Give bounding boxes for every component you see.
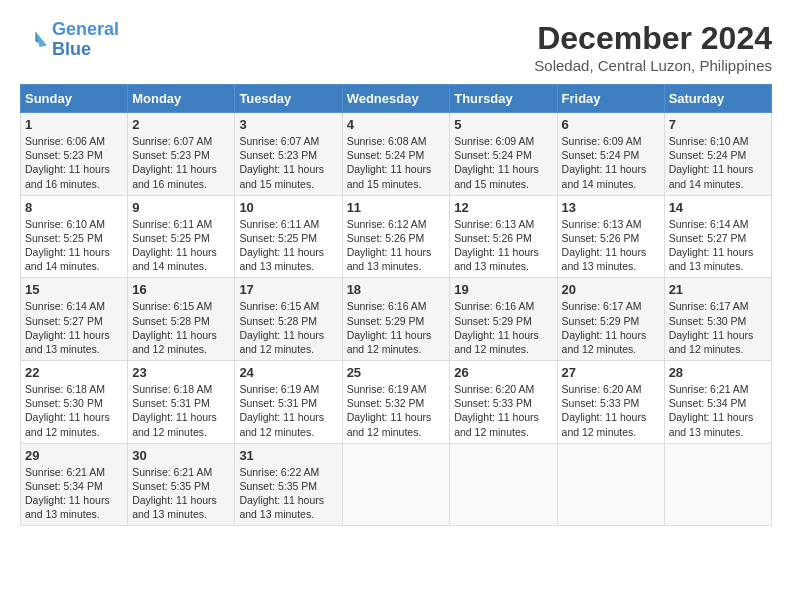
day-number: 29	[25, 448, 123, 463]
day-number: 14	[669, 200, 767, 215]
day-number: 27	[562, 365, 660, 380]
day-number: 12	[454, 200, 552, 215]
day-number: 10	[239, 200, 337, 215]
day-info: Sunrise: 6:10 AMSunset: 5:25 PMDaylight:…	[25, 217, 123, 274]
day-number: 9	[132, 200, 230, 215]
col-header-monday: Monday	[128, 85, 235, 113]
day-number: 13	[562, 200, 660, 215]
calendar-cell: 2Sunrise: 6:07 AMSunset: 5:23 PMDaylight…	[128, 113, 235, 196]
day-info: Sunrise: 6:06 AMSunset: 5:23 PMDaylight:…	[25, 134, 123, 191]
day-number: 23	[132, 365, 230, 380]
calendar-cell: 1Sunrise: 6:06 AMSunset: 5:23 PMDaylight…	[21, 113, 128, 196]
day-info: Sunrise: 6:20 AMSunset: 5:33 PMDaylight:…	[454, 382, 552, 439]
calendar-cell	[664, 443, 771, 526]
calendar-cell: 12Sunrise: 6:13 AMSunset: 5:26 PMDayligh…	[450, 195, 557, 278]
calendar-cell: 5Sunrise: 6:09 AMSunset: 5:24 PMDaylight…	[450, 113, 557, 196]
day-info: Sunrise: 6:07 AMSunset: 5:23 PMDaylight:…	[239, 134, 337, 191]
calendar-cell: 25Sunrise: 6:19 AMSunset: 5:32 PMDayligh…	[342, 361, 450, 444]
calendar-cell: 26Sunrise: 6:20 AMSunset: 5:33 PMDayligh…	[450, 361, 557, 444]
day-number: 2	[132, 117, 230, 132]
calendar-cell	[450, 443, 557, 526]
calendar-cell: 27Sunrise: 6:20 AMSunset: 5:33 PMDayligh…	[557, 361, 664, 444]
day-number: 22	[25, 365, 123, 380]
week-row-5: 29Sunrise: 6:21 AMSunset: 5:34 PMDayligh…	[21, 443, 772, 526]
logo: General Blue	[20, 20, 119, 60]
day-info: Sunrise: 6:20 AMSunset: 5:33 PMDaylight:…	[562, 382, 660, 439]
calendar-cell: 23Sunrise: 6:18 AMSunset: 5:31 PMDayligh…	[128, 361, 235, 444]
calendar-cell: 14Sunrise: 6:14 AMSunset: 5:27 PMDayligh…	[664, 195, 771, 278]
calendar-cell: 8Sunrise: 6:10 AMSunset: 5:25 PMDaylight…	[21, 195, 128, 278]
page-header: General Blue December 2024 Soledad, Cent…	[20, 20, 772, 74]
col-header-sunday: Sunday	[21, 85, 128, 113]
logo-icon	[20, 26, 48, 54]
day-info: Sunrise: 6:14 AMSunset: 5:27 PMDaylight:…	[669, 217, 767, 274]
day-number: 16	[132, 282, 230, 297]
day-number: 1	[25, 117, 123, 132]
calendar-cell	[342, 443, 450, 526]
day-number: 7	[669, 117, 767, 132]
day-number: 21	[669, 282, 767, 297]
calendar-cell: 24Sunrise: 6:19 AMSunset: 5:31 PMDayligh…	[235, 361, 342, 444]
day-number: 17	[239, 282, 337, 297]
day-info: Sunrise: 6:15 AMSunset: 5:28 PMDaylight:…	[239, 299, 337, 356]
calendar-cell: 17Sunrise: 6:15 AMSunset: 5:28 PMDayligh…	[235, 278, 342, 361]
day-info: Sunrise: 6:18 AMSunset: 5:30 PMDaylight:…	[25, 382, 123, 439]
day-info: Sunrise: 6:16 AMSunset: 5:29 PMDaylight:…	[347, 299, 446, 356]
calendar-cell: 16Sunrise: 6:15 AMSunset: 5:28 PMDayligh…	[128, 278, 235, 361]
day-info: Sunrise: 6:21 AMSunset: 5:34 PMDaylight:…	[25, 465, 123, 522]
week-row-3: 15Sunrise: 6:14 AMSunset: 5:27 PMDayligh…	[21, 278, 772, 361]
day-info: Sunrise: 6:12 AMSunset: 5:26 PMDaylight:…	[347, 217, 446, 274]
day-info: Sunrise: 6:21 AMSunset: 5:34 PMDaylight:…	[669, 382, 767, 439]
day-number: 15	[25, 282, 123, 297]
calendar-cell: 4Sunrise: 6:08 AMSunset: 5:24 PMDaylight…	[342, 113, 450, 196]
col-header-wednesday: Wednesday	[342, 85, 450, 113]
week-row-1: 1Sunrise: 6:06 AMSunset: 5:23 PMDaylight…	[21, 113, 772, 196]
week-row-4: 22Sunrise: 6:18 AMSunset: 5:30 PMDayligh…	[21, 361, 772, 444]
day-info: Sunrise: 6:22 AMSunset: 5:35 PMDaylight:…	[239, 465, 337, 522]
calendar-cell: 30Sunrise: 6:21 AMSunset: 5:35 PMDayligh…	[128, 443, 235, 526]
calendar-cell: 13Sunrise: 6:13 AMSunset: 5:26 PMDayligh…	[557, 195, 664, 278]
svg-rect-0	[20, 26, 48, 54]
calendar-cell: 22Sunrise: 6:18 AMSunset: 5:30 PMDayligh…	[21, 361, 128, 444]
day-info: Sunrise: 6:21 AMSunset: 5:35 PMDaylight:…	[132, 465, 230, 522]
calendar-cell: 6Sunrise: 6:09 AMSunset: 5:24 PMDaylight…	[557, 113, 664, 196]
calendar-cell: 9Sunrise: 6:11 AMSunset: 5:25 PMDaylight…	[128, 195, 235, 278]
day-info: Sunrise: 6:09 AMSunset: 5:24 PMDaylight:…	[454, 134, 552, 191]
title-block: December 2024 Soledad, Central Luzon, Ph…	[534, 20, 772, 74]
day-info: Sunrise: 6:09 AMSunset: 5:24 PMDaylight:…	[562, 134, 660, 191]
col-header-friday: Friday	[557, 85, 664, 113]
header-row: SundayMondayTuesdayWednesdayThursdayFrid…	[21, 85, 772, 113]
day-info: Sunrise: 6:17 AMSunset: 5:30 PMDaylight:…	[669, 299, 767, 356]
day-info: Sunrise: 6:18 AMSunset: 5:31 PMDaylight:…	[132, 382, 230, 439]
calendar-cell: 28Sunrise: 6:21 AMSunset: 5:34 PMDayligh…	[664, 361, 771, 444]
day-number: 18	[347, 282, 446, 297]
day-number: 6	[562, 117, 660, 132]
calendar-cell: 15Sunrise: 6:14 AMSunset: 5:27 PMDayligh…	[21, 278, 128, 361]
day-info: Sunrise: 6:19 AMSunset: 5:32 PMDaylight:…	[347, 382, 446, 439]
col-header-tuesday: Tuesday	[235, 85, 342, 113]
calendar-cell: 11Sunrise: 6:12 AMSunset: 5:26 PMDayligh…	[342, 195, 450, 278]
col-header-thursday: Thursday	[450, 85, 557, 113]
day-info: Sunrise: 6:11 AMSunset: 5:25 PMDaylight:…	[132, 217, 230, 274]
day-number: 19	[454, 282, 552, 297]
day-info: Sunrise: 6:13 AMSunset: 5:26 PMDaylight:…	[454, 217, 552, 274]
month-title: December 2024	[534, 20, 772, 57]
day-info: Sunrise: 6:14 AMSunset: 5:27 PMDaylight:…	[25, 299, 123, 356]
location-subtitle: Soledad, Central Luzon, Philippines	[534, 57, 772, 74]
week-row-2: 8Sunrise: 6:10 AMSunset: 5:25 PMDaylight…	[21, 195, 772, 278]
day-number: 8	[25, 200, 123, 215]
day-number: 5	[454, 117, 552, 132]
calendar-cell: 10Sunrise: 6:11 AMSunset: 5:25 PMDayligh…	[235, 195, 342, 278]
day-info: Sunrise: 6:15 AMSunset: 5:28 PMDaylight:…	[132, 299, 230, 356]
calendar-cell: 20Sunrise: 6:17 AMSunset: 5:29 PMDayligh…	[557, 278, 664, 361]
logo-text: General Blue	[52, 20, 119, 60]
day-info: Sunrise: 6:19 AMSunset: 5:31 PMDaylight:…	[239, 382, 337, 439]
day-number: 20	[562, 282, 660, 297]
day-number: 25	[347, 365, 446, 380]
day-number: 26	[454, 365, 552, 380]
calendar-cell: 21Sunrise: 6:17 AMSunset: 5:30 PMDayligh…	[664, 278, 771, 361]
calendar-cell: 29Sunrise: 6:21 AMSunset: 5:34 PMDayligh…	[21, 443, 128, 526]
day-info: Sunrise: 6:08 AMSunset: 5:24 PMDaylight:…	[347, 134, 446, 191]
calendar-table: SundayMondayTuesdayWednesdayThursdayFrid…	[20, 84, 772, 526]
calendar-cell: 19Sunrise: 6:16 AMSunset: 5:29 PMDayligh…	[450, 278, 557, 361]
